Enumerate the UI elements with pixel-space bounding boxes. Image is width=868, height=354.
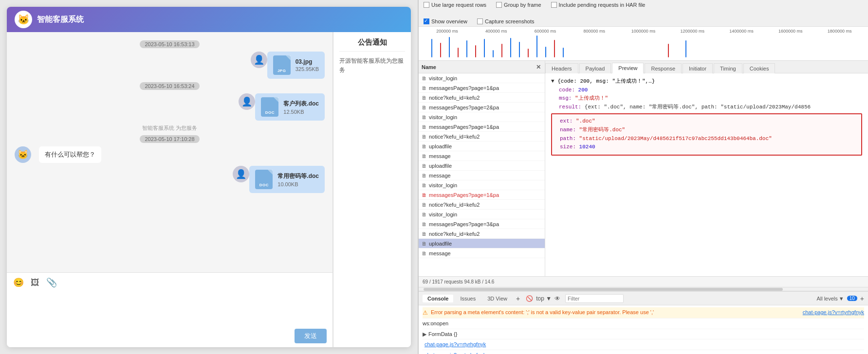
checkbox-show-overview[interactable]: Show overview [424, 18, 467, 24]
eye-icon[interactable]: 👁 [554, 295, 560, 302]
timeline-bar [554, 40, 555, 57]
timeline-bar [519, 42, 520, 57]
console-warn-text: Error parsing a meta element's content: … [431, 308, 799, 317]
add-tab-icon[interactable]: + [516, 295, 520, 302]
chat-header-title: 智能客服系统 [37, 15, 84, 25]
cb-show-overview [424, 18, 429, 24]
timestamp-2: 2023-05-10 16:53:24 [15, 83, 325, 89]
chat-app: 🐱 智能客服系统 2023-05-10 16:53:13 JPG [7, 7, 411, 347]
chat-input[interactable] [13, 291, 327, 325]
network-row[interactable]: 🗎notice?kefu_id=kefu2 [419, 229, 545, 239]
checkbox-capture-screenshots[interactable]: Capture screenshots [477, 18, 535, 24]
checkbox-pending[interactable]: Include pending requests in HAR file [551, 2, 646, 8]
network-rows[interactable]: 🗎visitor_login🗎messagesPages?page=1&pa🗎n… [419, 73, 545, 276]
chat-toolbar: 😊 🖼 📎 [13, 277, 327, 288]
console-area: Console Issues 3D View + 🚫 top ▼ 👁 All l… [419, 291, 868, 354]
network-row[interactable]: 🗎message [419, 248, 545, 258]
header-avatar-icon: 🐱 [18, 14, 30, 25]
cb-pending-label: Include pending requests in HAR file [559, 2, 646, 8]
console-messages: ⚠ Error parsing a meta element's content… [419, 305, 868, 354]
network-row[interactable]: 🗎notice?kefu_id=kefu2 [419, 93, 545, 103]
tab-headers[interactable]: Headers [545, 63, 578, 73]
cb-capture-screenshots-label: Capture screenshots [485, 18, 535, 24]
console-tab-3dview[interactable]: 3D View [482, 295, 512, 302]
timeline-bar [510, 38, 511, 57]
console-tab-issues[interactable]: Issues [455, 295, 480, 302]
network-row[interactable]: 🗎uploadfile [419, 142, 545, 151]
image-button[interactable]: 🖼 [29, 277, 41, 288]
json-result-line: result: {ext: ".doc", name: "常用密码等.doc",… [551, 103, 862, 112]
json-path: path: "static/upload/2023May/d485621f517… [556, 135, 857, 143]
network-row[interactable]: 🗎visitor_login [419, 210, 545, 219]
file-icon-jpg: JPG [273, 55, 291, 75]
console-level[interactable]: All levels ▼ 10 + [816, 295, 864, 302]
network-row-name: notice?kefu_id=kefu2 [429, 134, 542, 140]
tab-initiator[interactable]: Initiator [683, 63, 713, 73]
file-row-icon: 🗎 [422, 95, 427, 101]
preview-panel: Headers Payload Preview Response Initiat… [545, 61, 868, 276]
devtools-status: 69 / 1917 requests 94.8 kB / 14.6 [419, 276, 868, 287]
console-link-3[interactable]: chat-page.js?v=rtyrhgfnyk [425, 351, 486, 354]
tab-payload[interactable]: Payload [579, 63, 611, 73]
network-row-name: notice?kefu_id=kefu2 [429, 202, 542, 208]
horizontal-scrollbar[interactable] [419, 287, 868, 291]
timeline-bar [563, 48, 564, 57]
expand-arrow-icon[interactable]: ▶ [423, 330, 426, 338]
timeline-area: 200000 ms 400000 ms 600000 ms 800000 ms … [419, 27, 868, 61]
col-name-header: Name [422, 64, 533, 70]
emoji-button[interactable]: 😊 [13, 277, 24, 288]
file-row-icon: 🗎 [422, 231, 427, 237]
network-row[interactable]: 🗎uploadfile [419, 239, 545, 248]
send-button[interactable]: 发送 [295, 329, 327, 343]
console-add-tab[interactable]: + [860, 295, 864, 302]
top-dropdown[interactable]: top ▼ [536, 295, 552, 302]
checkbox-group-frame[interactable]: Group by frame [496, 2, 541, 8]
timeline-bar [685, 40, 686, 57]
network-row[interactable]: 🗎visitor_login [419, 73, 545, 83]
send-row: 发送 [13, 329, 327, 343]
timeline-bar [528, 49, 529, 57]
file-row-icon: 🗎 [422, 202, 427, 208]
console-link-2[interactable]: chat-page.js?v=rtyrhgfnyk [425, 340, 486, 349]
bot-message-row: 🐱 有什么可以帮您？ [15, 146, 325, 163]
close-preview-icon[interactable]: ✕ [535, 64, 542, 71]
network-row-name: message [429, 173, 542, 178]
upload-button[interactable]: 📎 [46, 277, 57, 288]
network-row[interactable]: 🗎messagesPages?page=2&pa [419, 103, 545, 112]
timeline-bar [668, 44, 669, 57]
message-row-2: DOC 客户列表.doc 12.50KB 👤 [15, 93, 325, 121]
tab-cookies[interactable]: Cookies [743, 63, 776, 73]
network-row[interactable]: 🗎messagesPages?page=1&pa [419, 83, 545, 93]
json-msg: msg: "上传成功！" [551, 94, 862, 103]
timestamp-3: 2023-05-10 17:10:28 [15, 136, 325, 142]
network-row[interactable]: 🗎messagesPages?page=3&pa [419, 219, 545, 229]
file-row-icon: 🗎 [422, 182, 427, 188]
network-row[interactable]: 🗎messagesPages?page=1&pa [419, 190, 545, 200]
network-row[interactable]: 🗎visitor_login [419, 180, 545, 190]
chat-messages: 2023-05-10 16:53:13 JPG 03.jpg 325.95KB [7, 32, 332, 272]
network-row[interactable]: 🗎messagesPages?page=1&pa [419, 122, 545, 132]
network-row-name: uploadfile [429, 163, 542, 169]
tab-timing[interactable]: Timing [714, 63, 742, 73]
devtools-panel: Use large request rows Group by frame In… [418, 0, 868, 354]
tl-label-1: 400000 ms [472, 29, 521, 34]
tab-preview[interactable]: Preview [612, 63, 644, 73]
checkbox-large-rows[interactable]: Use large request rows [424, 2, 486, 8]
console-tab-console[interactable]: Console [423, 295, 453, 302]
console-filter-input[interactable] [565, 294, 624, 303]
scrollbar-thumb[interactable] [424, 288, 783, 291]
network-row[interactable]: 🗎message [419, 171, 545, 180]
file-row-icon: 🗎 [422, 173, 427, 178]
console-icons: 🚫 top ▼ 👁 [526, 295, 560, 302]
tl-label-2: 600000 ms [521, 29, 570, 34]
network-row[interactable]: 🗎notice?kefu_id=kefu2 [419, 132, 545, 142]
network-row[interactable]: 🗎message [419, 151, 545, 161]
console-link-1[interactable]: chat-page.js?v=rtyrhgfnyk [803, 308, 864, 317]
file-row-icon: 🗎 [422, 143, 427, 149]
network-row[interactable]: 🗎uploadfile [419, 161, 545, 171]
network-row[interactable]: 🗎notice?kefu_id=kefu2 [419, 200, 545, 210]
timeline-bar [466, 40, 467, 57]
clear-console-icon[interactable]: 🚫 [526, 295, 533, 302]
network-row[interactable]: 🗎visitor_login [419, 112, 545, 122]
tab-response[interactable]: Response [645, 63, 682, 73]
